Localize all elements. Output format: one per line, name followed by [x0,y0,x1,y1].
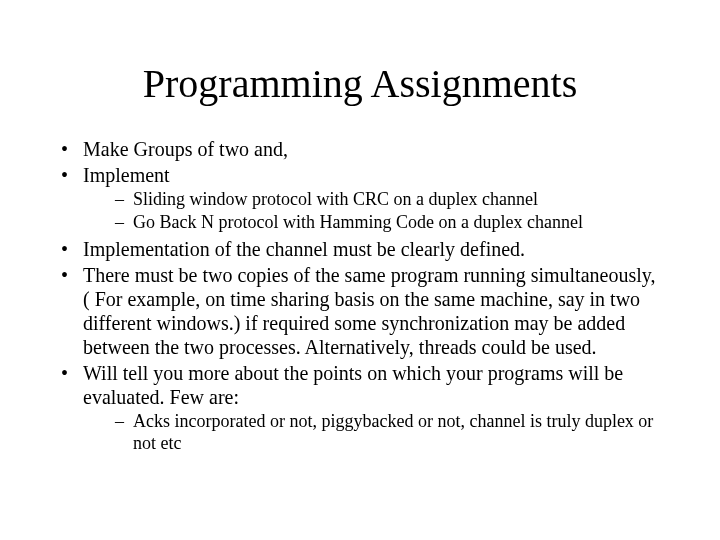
bullet-list: Make Groups of two and, Implement Slidin… [55,137,665,454]
list-item-text: There must be two copies of the same pro… [83,264,655,358]
sub-list: Sliding window protocol with CRC on a du… [83,189,665,233]
sub-list-item-text: Acks incorporated or not, piggybacked or… [133,411,653,453]
sub-list: Acks incorporated or not, piggybacked or… [83,411,665,454]
list-item: Will tell you more about the points on w… [55,361,665,454]
list-item: Implement Sliding window protocol with C… [55,163,665,233]
list-item-text: Implementation of the channel must be cl… [83,238,525,260]
sub-list-item-text: Sliding window protocol with CRC on a du… [133,189,538,209]
slide-title: Programming Assignments [55,60,665,107]
list-item: There must be two copies of the same pro… [55,263,665,359]
list-item-text: Implement [83,164,170,186]
slide: Programming Assignments Make Groups of t… [0,0,720,540]
sub-list-item: Acks incorporated or not, piggybacked or… [111,411,665,454]
sub-list-item: Go Back N protocol with Hamming Code on … [111,212,665,234]
sub-list-item: Sliding window protocol with CRC on a du… [111,189,665,211]
list-item: Implementation of the channel must be cl… [55,237,665,261]
list-item-text: Make Groups of two and, [83,138,288,160]
list-item-text: Will tell you more about the points on w… [83,362,623,408]
sub-list-item-text: Go Back N protocol with Hamming Code on … [133,212,583,232]
list-item: Make Groups of two and, [55,137,665,161]
